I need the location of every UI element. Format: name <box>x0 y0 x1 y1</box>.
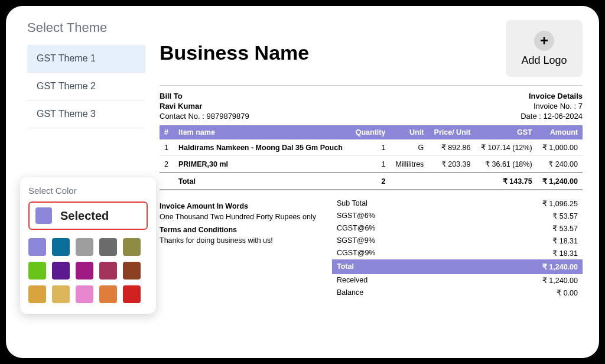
total-row: Total 2 ₹ 143.75 ₹ 1,240.00 <box>160 173 583 190</box>
summary-label: CGST@6% <box>337 224 375 233</box>
invoice-details-label: Invoice Details <box>529 92 583 100</box>
color-swatch[interactable] <box>52 262 70 280</box>
summary-label: CGST@9% <box>337 249 375 258</box>
total-qty: 2 <box>350 173 391 190</box>
col-price: Price/ Unit <box>428 125 475 139</box>
invoice-preview: Business Name + Add Logo Bill To Invoice… <box>160 20 583 344</box>
total-amount: ₹ 1,240.00 <box>537 173 583 190</box>
summary-row: Total₹ 1,240.00 <box>332 259 583 274</box>
summary-row: SGST@9%₹ 18.31 <box>332 235 583 247</box>
summary-value: ₹ 1,240.00 <box>542 262 578 271</box>
cell-n: 1 <box>160 139 174 156</box>
terms-text: Thanks for doing business with us! <box>160 236 325 245</box>
total-gst: ₹ 143.75 <box>475 173 536 190</box>
color-swatch[interactable] <box>123 262 141 280</box>
selected-label: Selected <box>60 209 109 223</box>
customer-contact: Contact No. : 9879879879 <box>160 112 249 121</box>
color-picker-card: Select Color Selected <box>20 177 156 314</box>
amount-words: One Thousand Two Hundred Forty Rupees on… <box>160 213 325 221</box>
app-window: Select Theme GST Theme 1 GST Theme 2 GST… <box>6 6 599 358</box>
summary-row: CGST@6%₹ 53.57 <box>332 222 583 235</box>
color-swatch[interactable] <box>99 285 117 303</box>
bill-to-label: Bill To <box>160 92 183 100</box>
cell-amount: ₹ 240.00 <box>537 156 583 173</box>
col-qty: Quantity <box>350 125 391 139</box>
summary-value: ₹ 53.57 <box>552 224 578 233</box>
color-swatch[interactable] <box>28 238 46 256</box>
summary-label: SGST@9% <box>337 236 375 245</box>
swatch-grid <box>28 238 148 303</box>
col-amount: Amount <box>537 125 583 139</box>
summary-row: CGST@9%₹ 18.31 <box>332 247 583 259</box>
total-label: Total <box>174 173 350 190</box>
table-row: 1Haldirams Namkeen - Moong Dal 35 Gm Pou… <box>160 139 583 156</box>
cell-gst: ₹ 107.14 (12%) <box>475 139 536 156</box>
summary-value: ₹ 0.00 <box>557 288 578 297</box>
color-swatch[interactable] <box>76 285 93 303</box>
summary-label: SGST@6% <box>337 212 375 220</box>
invoice-summary: Sub Total₹ 1,096.25SGST@6%₹ 53.57CGST@6%… <box>332 197 583 299</box>
theme-item-gst-2[interactable]: GST Theme 2 <box>27 73 145 100</box>
terms-label: Terms and Conditions <box>160 226 325 234</box>
color-swatch[interactable] <box>123 238 141 256</box>
cell-price: ₹ 892.86 <box>428 139 475 156</box>
invoice-left-info: Invoice Amount In Words One Thousand Two… <box>160 197 325 299</box>
cell-gst: ₹ 36.61 (18%) <box>475 156 536 173</box>
divider <box>160 85 583 86</box>
summary-row: Received₹ 1,240.00 <box>332 274 583 287</box>
business-name: Business Name <box>160 41 309 64</box>
cell-unit: G <box>390 139 428 156</box>
summary-row: Sub Total₹ 1,096.25 <box>332 197 583 210</box>
color-swatch[interactable] <box>123 285 141 303</box>
cell-qty: 1 <box>350 156 391 173</box>
selected-color-row[interactable]: Selected <box>28 202 148 230</box>
summary-value: ₹ 18.31 <box>552 236 578 245</box>
invoice-number: Invoice No. : 7 <box>534 102 583 110</box>
color-swatch[interactable] <box>99 238 117 256</box>
theme-item-gst-1[interactable]: GST Theme 1 <box>27 45 145 73</box>
add-logo-label: Add Logo <box>521 54 567 67</box>
col-unit: Unit <box>390 125 428 139</box>
cell-n: 2 <box>160 156 174 173</box>
items-table: # Item name Quantity Unit Price/ Unit GS… <box>160 125 583 190</box>
color-swatch[interactable] <box>76 262 93 280</box>
summary-label: Balance <box>337 288 363 297</box>
summary-row: Balance₹ 0.00 <box>332 287 583 299</box>
color-swatch[interactable] <box>28 262 46 280</box>
col-name: Item name <box>174 125 350 139</box>
sidebar-title: Select Theme <box>27 20 145 35</box>
summary-value: ₹ 53.57 <box>552 212 578 220</box>
theme-list: GST Theme 1 GST Theme 2 GST Theme 3 <box>27 45 145 128</box>
summary-value: ₹ 1,096.25 <box>542 199 578 208</box>
table-row: 2PRIMER,30 ml1Millilitres₹ 203.39₹ 36.61… <box>160 156 583 173</box>
col-gst: GST <box>475 125 536 139</box>
items-header: # Item name Quantity Unit Price/ Unit GS… <box>160 125 583 139</box>
cell-qty: 1 <box>350 139 391 156</box>
summary-label: Received <box>337 276 367 285</box>
cell-name: PRIMER,30 ml <box>174 156 350 173</box>
summary-label: Total <box>337 262 354 271</box>
color-picker-title: Select Color <box>28 186 148 196</box>
summary-value: ₹ 1,240.00 <box>542 276 578 285</box>
customer-name: Ravi Kumar <box>160 102 202 110</box>
color-swatch[interactable] <box>52 285 70 303</box>
color-swatch[interactable] <box>99 262 117 280</box>
cell-price: ₹ 203.39 <box>428 156 475 173</box>
col-index: # <box>160 125 174 139</box>
color-swatch[interactable] <box>28 285 46 303</box>
invoice-date: Date : 12-06-2024 <box>521 112 583 121</box>
theme-item-gst-3[interactable]: GST Theme 3 <box>27 100 145 128</box>
plus-icon: + <box>534 31 554 51</box>
cell-unit: Millilitres <box>390 156 428 173</box>
amount-words-label: Invoice Amount In Words <box>160 202 325 210</box>
summary-label: Sub Total <box>337 199 367 208</box>
color-swatch[interactable] <box>52 238 70 256</box>
cell-name: Haldirams Namkeen - Moong Dal 35 Gm Pouc… <box>174 139 350 156</box>
selected-swatch <box>35 207 52 224</box>
cell-amount: ₹ 1,000.00 <box>537 139 583 156</box>
color-swatch[interactable] <box>76 238 93 256</box>
add-logo-button[interactable]: + Add Logo <box>506 20 583 77</box>
summary-row: SGST@6%₹ 53.57 <box>332 210 583 222</box>
summary-value: ₹ 18.31 <box>552 249 578 258</box>
